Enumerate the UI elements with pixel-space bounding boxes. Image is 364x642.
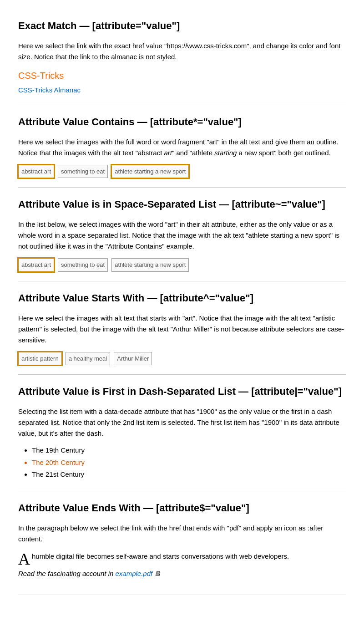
pdf-link[interactable]: example.pdf (115, 570, 152, 577)
heading-exact-match: Exact Match — [attribute="value"] (18, 18, 346, 33)
image-healthy-meal: a healthy meal (66, 352, 111, 366)
heading-ends-with: Attribute Value Ends With — [attribute$=… (18, 500, 346, 515)
blockquote-area: A humble digital file becomes self-aware… (18, 551, 346, 562)
drop-cap-paragraph: A humble digital file becomes self-aware… (18, 551, 346, 562)
drop-cap-sentence: humble digital file becomes self-aware a… (32, 552, 289, 560)
list-item-21st: The 21st Century (32, 469, 346, 480)
description-exact-match: Here we select the link with the exact h… (18, 41, 346, 62)
section-space-separated: Attribute Value is in Space-Separated Li… (18, 188, 346, 281)
image-abstract-art-2: abstract art (18, 258, 54, 272)
century-list: The 19th Century The 20th Century The 21… (18, 445, 346, 480)
heading-space-separated: Attribute Value is in Space-Separated Li… (18, 197, 346, 212)
css-tricks-link[interactable]: CSS-Tricks (18, 69, 346, 82)
pdf-icon: 🗎 (154, 570, 161, 577)
image-something-to-eat: something to eat (58, 165, 108, 178)
images-space-separated: abstract art something to eat athlete st… (18, 258, 346, 272)
image-athlete-starting-2: athlete starting a new sport (111, 258, 189, 272)
image-athlete-starting: athlete starting a new sport (111, 165, 189, 178)
images-contains: abstract art something to eat athlete st… (18, 165, 346, 178)
drop-cap-letter: A (18, 551, 30, 567)
description-contains: Here we select the images with the full … (18, 137, 346, 158)
description-ends-with: In the paragraph below we select the lin… (18, 523, 346, 545)
pdf-link-paragraph: Read the fascinating account in example.… (18, 568, 346, 579)
section-dash-separated: Attribute Value is First in Dash-Separat… (18, 375, 346, 491)
description-space-separated: In the list below, we select images with… (18, 219, 346, 252)
heading-starts-with: Attribute Value Starts With — [attribute… (18, 290, 346, 306)
list-item-19th: The 19th Century (32, 445, 346, 456)
image-abstract-art: abstract art (18, 165, 54, 178)
description-starts-with: Here we select the images with alt text … (18, 313, 346, 346)
description-dash-separated: Selecting the list item with a data-deca… (18, 406, 346, 439)
css-tricks-almanac-link[interactable]: CSS-Tricks Almanac (18, 85, 346, 96)
image-arthur-miller: Arthur Miller (114, 352, 152, 366)
section-contains: Attribute Value Contains — [attribute*="… (18, 105, 346, 188)
heading-contains: Attribute Value Contains — [attribute*="… (18, 114, 346, 129)
section-starts-with: Attribute Value Starts With — [attribute… (18, 281, 346, 375)
heading-dash-separated: Attribute Value is First in Dash-Separat… (18, 384, 346, 399)
images-starts-with: artistic pattern a healthy meal Arthur M… (18, 352, 346, 366)
list-item-20th: The 20th Century (32, 458, 346, 468)
image-something-to-eat-2: something to eat (58, 258, 108, 272)
section-ends-with: Attribute Value Ends With — [attribute$=… (18, 491, 346, 595)
pdf-intro-text: Read the fascinating account in (18, 570, 115, 577)
image-artistic-pattern: artistic pattern (18, 352, 62, 366)
section-exact-match: Exact Match — [attribute="value"] Here w… (18, 9, 346, 105)
